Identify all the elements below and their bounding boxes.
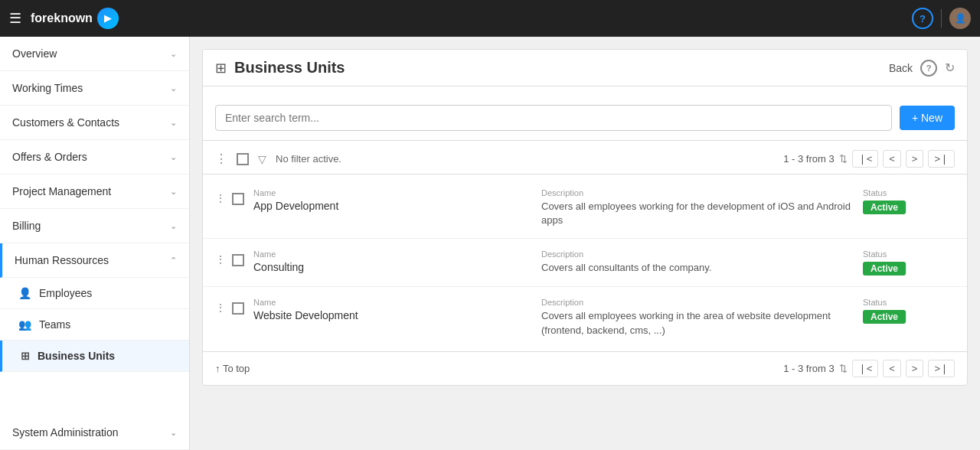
row-3-name-value[interactable]: Website Development [253,309,529,321]
sidebar: Overview ⌄ Working Times ⌄ Customers & C… [0,37,190,450]
row-2-content: Name Consulting Description Covers all c… [253,249,955,276]
row-2-status-label: Status [863,249,955,259]
sidebar-item-overview-label: Overview [12,47,57,60]
row-3-content: Name Website Development Description Cov… [253,298,955,337]
row-3-desc-value: Covers all employees working in the area… [541,309,851,337]
topbar: ☰ foreknown ▶ ? 👤 [0,0,980,37]
chevron-icon-customers: ⌄ [170,118,177,128]
topbar-right: ? 👤 [912,8,971,29]
sidebar-item-overview[interactable]: Overview ⌄ [0,37,189,71]
divider [941,9,942,28]
help-icon-topbar[interactable]: ? [912,8,933,29]
row-3-name-col: Name Website Development [253,298,529,337]
table-area: ⋮ Name App Development Description Cover… [203,178,967,348]
footer-first-page-button[interactable]: ❘< [852,360,879,377]
new-button[interactable]: + New [900,106,955,130]
row-1-status-col: Status Active [863,188,955,227]
row-3-status-label: Status [863,298,955,307]
footer-next-page-button[interactable]: > [906,360,924,377]
filter-icon[interactable]: ▽ [258,153,266,165]
row-2-desc-value: Covers all consultants of the company. [541,261,851,275]
row-1-name-value[interactable]: App Development [253,200,529,212]
sidebar-subitem-teams[interactable]: 👥 Teams [0,309,189,341]
page-title-area: ⊞ Business Units [215,59,345,77]
sidebar-subitem-employees-label: Employees [39,287,92,299]
row-2-name-col: Name Consulting [253,249,529,276]
row-3-desc-col: Description Covers all employees working… [541,298,851,337]
table-row: ⋮ Name Consulting Description Covers all… [203,239,967,287]
row-1-actions: ⋮ [215,188,244,205]
hamburger-icon[interactable]: ☰ [9,10,21,27]
footer-last-page-button[interactable]: >❘ [928,360,955,377]
logo-icon: ▶ [97,8,119,29]
help-icon-page[interactable]: ? [920,60,937,77]
filter-left: ⋮ ▽ No filter active. [215,152,341,166]
footer-sort-icon[interactable]: ⇅ [839,363,848,374]
sidebar-item-offers-orders[interactable]: Offers & Orders ⌄ [0,140,189,174]
last-page-button[interactable]: >❘ [928,150,955,168]
sidebar-item-customers-contacts[interactable]: Customers & Contacts ⌄ [0,106,189,140]
row-1-desc-value: Covers all employees working for the dev… [541,200,851,227]
row-1-name-label: Name [253,188,529,197]
row-1-content: Name App Development Description Covers … [253,188,955,227]
footer-prev-page-button[interactable]: < [883,360,901,377]
chevron-icon-project: ⌄ [170,187,177,197]
chevron-icon-offers: ⌄ [170,152,177,162]
row-2-status-badge: Active [863,262,906,276]
sidebar-subitem-employees[interactable]: 👤 Employees [0,278,189,309]
sidebar-item-project-management[interactable]: Project Management ⌄ [0,174,189,209]
row-2-desc-label: Description [541,249,851,259]
prev-page-button[interactable]: < [883,150,901,168]
row-3-status-badge: Active [863,310,906,324]
sidebar-item-working-times[interactable]: Working Times ⌄ [0,71,189,106]
row-1-status-badge: Active [863,201,906,214]
sidebar-item-system-administration[interactable]: System Administration ⌄ [0,416,189,450]
topbar-left: ☰ foreknown ▶ [9,8,119,29]
grid-icon: ⊞ [21,350,30,362]
row-1-name-col: Name App Development [253,188,529,227]
row-2-more-icon[interactable]: ⋮ [215,253,226,266]
avatar[interactable]: 👤 [949,8,971,29]
row-1-desc-label: Description [541,188,851,197]
row-2-checkbox[interactable] [232,254,244,266]
logo-text: foreknown [31,11,93,25]
sidebar-item-human-resources[interactable]: Human Ressources ⌃ [0,243,189,278]
sidebar-subitem-business-units-label: Business Units [38,350,115,362]
back-button[interactable]: Back [889,62,913,74]
search-input[interactable] [215,105,892,131]
logo: foreknown ▶ [31,8,119,29]
row-2-desc-col: Description Covers all consultants of th… [541,249,851,276]
sidebar-item-project-management-label: Project Management [12,185,111,197]
page-header: ⊞ Business Units Back ? ↻ [203,50,967,86]
footer-right: 1 - 3 from 3 ⇅ ❘< < > >❘ [783,360,955,377]
more-options-icon[interactable]: ⋮ [215,152,227,166]
select-all-checkbox[interactable] [237,153,249,165]
row-1-desc-col: Description Covers all employees working… [541,188,851,227]
filter-status-text: No filter active. [276,153,341,165]
sidebar-subitem-teams-label: Teams [39,318,70,331]
sidebar-item-customers-contacts-label: Customers & Contacts [12,116,119,129]
sidebar-item-billing[interactable]: Billing ⌄ [0,209,189,243]
row-3-actions: ⋮ [215,298,244,315]
to-top-button[interactable]: ↑ To top [215,363,250,374]
row-1-more-icon[interactable]: ⋮ [215,192,226,204]
sidebar-item-system-administration-label: System Administration [12,426,119,439]
search-bar: + New [203,96,967,141]
pagination-info: 1 - 3 from 3 [783,153,834,165]
row-3-status-col: Status Active [863,298,955,337]
filter-bar: ⋮ ▽ No filter active. 1 - 3 from 3 ⇅ ❘< … [203,144,967,174]
sort-icon[interactable]: ⇅ [839,153,848,165]
row-3-desc-label: Description [541,298,851,307]
row-3-more-icon[interactable]: ⋮ [215,302,226,314]
row-3-checkbox[interactable] [232,302,244,315]
sidebar-subitem-business-units[interactable]: ⊞ Business Units [0,341,189,372]
page-title: Business Units [234,59,345,77]
row-2-name-value[interactable]: Consulting [253,261,529,273]
row-1-checkbox[interactable] [232,193,244,205]
footer-bar: ↑ To top 1 - 3 from 3 ⇅ ❘< < > >❘ [203,351,967,385]
first-page-button[interactable]: ❘< [852,150,879,168]
chevron-icon-working-times: ⌄ [170,83,177,93]
chevron-icon-billing: ⌄ [170,221,177,231]
next-page-button[interactable]: > [906,150,924,168]
refresh-icon[interactable]: ↻ [945,60,955,75]
